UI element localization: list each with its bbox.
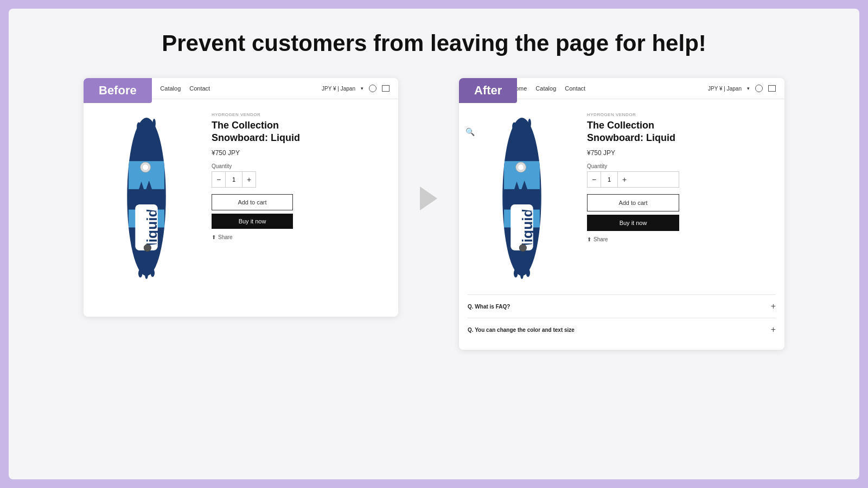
svg-point-14 — [152, 119, 156, 128]
svg-point-30 — [518, 121, 521, 127]
after-quantity-increase[interactable]: + — [618, 172, 631, 187]
comparison-row: Before Home Catalog Contact JPY ¥ | Japa… — [41, 78, 827, 350]
after-nav-catalog[interactable]: Catalog — [535, 85, 556, 92]
before-add-to-cart-button[interactable]: Add to cart — [212, 194, 293, 210]
svg-point-12 — [142, 121, 145, 127]
svg-point-16 — [145, 272, 148, 279]
after-vendor-label: HYDROGEN VENDOR — [587, 112, 776, 117]
page-headline: Prevent customers from leaving the page … — [41, 30, 827, 56]
svg-point-11 — [137, 123, 141, 131]
before-product-details: HYDROGEN VENDOR The Collection Snowboard… — [212, 110, 390, 284]
svg-point-34 — [520, 272, 524, 279]
after-product-image-container: liquid — [468, 110, 576, 284]
before-vendor-label: HYDROGEN VENDOR — [212, 112, 390, 117]
arrow-icon — [420, 187, 437, 210]
after-quantity-control: − 1 + — [587, 171, 679, 188]
svg-point-13 — [147, 123, 151, 130]
after-snowboard-image: liquid — [484, 110, 560, 284]
before-product-price: ¥750 JPY — [212, 149, 390, 157]
before-quantity-control: − 1 + — [212, 171, 256, 188]
after-panel: After Home Catalog Contact JPY ¥ | Japan… — [459, 78, 784, 350]
after-faq-section: Q. What is FAQ? + Q. You can change the … — [459, 294, 784, 350]
svg-text:liquid: liquid — [519, 208, 535, 246]
svg-point-33 — [514, 269, 518, 278]
after-quantity-label: Quantity — [587, 163, 776, 169]
main-container: Prevent customers from leaving the page … — [9, 9, 859, 479]
after-quantity-decrease[interactable]: − — [588, 172, 601, 187]
faq-item-0[interactable]: Q. What is FAQ? + — [468, 294, 776, 318]
before-product-area: liquid — [84, 99, 398, 294]
before-quantity-label: Quantity — [212, 163, 390, 169]
after-product-area: 🔍 liq — [459, 99, 784, 294]
svg-point-10 — [144, 245, 151, 252]
before-nav-currency[interactable]: JPY ¥ | Japan — [322, 86, 355, 92]
before-quantity-value: 1 — [225, 172, 242, 187]
before-panel: Before Home Catalog Contact JPY ¥ | Japa… — [84, 78, 398, 317]
after-add-to-cart-button[interactable]: Add to cart — [587, 194, 679, 211]
before-nav-contact[interactable]: Contact — [189, 85, 210, 92]
after-nav-currency[interactable]: JPY ¥ | Japan — [708, 86, 742, 92]
svg-point-32 — [528, 119, 531, 128]
before-nav-right: JPY ¥ | Japan ▾ — [322, 85, 390, 92]
faq-question-0: Q. What is FAQ? — [468, 304, 771, 310]
after-nav-chevron-icon: ▾ — [747, 86, 750, 91]
before-quantity-increase[interactable]: + — [242, 172, 256, 187]
after-badge: After — [459, 78, 517, 103]
svg-point-35 — [526, 269, 531, 277]
after-zoom-icon[interactable]: 🔍 — [465, 127, 475, 136]
before-quantity-decrease[interactable]: − — [212, 172, 225, 187]
before-product-title: The Collection Snowboard: Liquid — [212, 119, 390, 145]
faq-item-1[interactable]: Q. You can change the color and text siz… — [468, 318, 776, 341]
before-share-link[interactable]: ⬆ Share — [212, 234, 390, 240]
after-nav-contact[interactable]: Contact — [565, 85, 585, 92]
svg-point-31 — [522, 123, 527, 130]
before-snowboard-image: liquid — [108, 110, 184, 284]
after-nav-right: JPY ¥ | Japan ▾ — [708, 85, 776, 92]
svg-point-15 — [138, 269, 143, 278]
svg-point-9 — [142, 164, 148, 170]
before-product-image-container: liquid — [92, 110, 201, 284]
svg-text:liquid: liquid — [144, 208, 160, 246]
before-nav-catalog[interactable]: Catalog — [160, 85, 181, 92]
svg-point-27 — [518, 164, 524, 170]
svg-point-29 — [512, 123, 516, 131]
faq-question-1: Q. You can change the color and text siz… — [468, 327, 771, 333]
svg-point-17 — [151, 269, 155, 277]
before-badge: Before — [84, 78, 152, 103]
comparison-arrow — [420, 187, 437, 210]
svg-point-28 — [519, 245, 526, 252]
before-nav-chevron-icon: ▾ — [361, 86, 363, 91]
before-buy-now-button[interactable]: Buy it now — [212, 214, 293, 229]
before-cart-icon[interactable] — [382, 85, 390, 92]
before-search-icon[interactable] — [369, 85, 376, 92]
after-product-details: HYDROGEN VENDOR The Collection Snowboard… — [587, 110, 776, 284]
after-product-price: ¥750 JPY — [587, 149, 776, 157]
after-search-icon[interactable] — [755, 85, 763, 92]
after-cart-icon[interactable] — [768, 85, 776, 92]
faq-expand-1[interactable]: + — [771, 325, 776, 335]
before-share-icon: ⬆ — [212, 234, 216, 240]
after-buy-now-button[interactable]: Buy it now — [587, 215, 679, 231]
faq-expand-0[interactable]: + — [771, 301, 776, 311]
after-share-icon: ⬆ — [587, 236, 591, 242]
after-product-title: The Collection Snowboard: Liquid — [587, 119, 776, 145]
after-quantity-value: 1 — [601, 172, 618, 187]
after-share-link[interactable]: ⬆ Share — [587, 236, 776, 242]
